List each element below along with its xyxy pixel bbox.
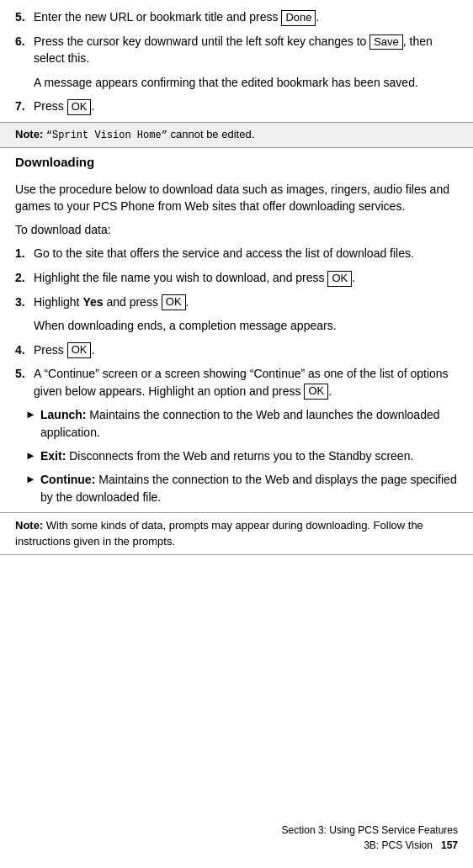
bullet-continue-body: Maintains the connection to the Web and … — [40, 473, 457, 503]
note-1: Note: “Sprint Vision Home” cannot be edi… — [0, 122, 473, 148]
step-7-text: Press OK. — [34, 98, 458, 115]
dl-step-4-before: Press — [34, 343, 67, 357]
dl-step-3: 3. Highlight Yes and press OK. — [15, 294, 458, 311]
step-6-sub: A message appears confirming that the ed… — [34, 74, 458, 91]
intro-paragraph: Use the procedure below to download data… — [15, 181, 458, 215]
dl-step-3-text: Highlight Yes and press OK. — [34, 294, 458, 311]
step-5: 5. Enter the new URL or bookmark title a… — [15, 8, 458, 26]
bullet-launch-body: Maintains the connection to the Web and … — [40, 408, 440, 438]
dl-step-4-text: Press OK. — [34, 341, 458, 359]
dl-step-1-text: Go to the site that offers the service a… — [34, 245, 458, 262]
step-5-box: Done — [281, 10, 316, 26]
dl-step-1-num: 1. — [15, 245, 34, 262]
note-2-label: Note: — [15, 519, 43, 532]
step-5-text-before: Enter the new URL or bookmark title and … — [34, 10, 281, 24]
dl-step-3-before: Highlight — [34, 295, 82, 309]
bullet-exit-label: Exit: — [40, 449, 66, 463]
section-header: Downloading — [0, 148, 473, 172]
bullet-launch-text: Launch: Maintains the connection to the … — [40, 406, 458, 441]
footer: Section 3: Using PCS Service Features 3B… — [282, 823, 458, 853]
dl-step-4-box: OK — [67, 342, 92, 358]
bullet-continue: ► Continue: Maintains the connection to … — [15, 471, 458, 505]
footer-section: Section 3: Using PCS Service Features — [282, 823, 458, 838]
step-7-text-after: . — [91, 99, 94, 113]
footer-page: 157 — [441, 839, 458, 851]
step-7-box: OK — [67, 99, 92, 115]
note-1-mono: “Sprint Vision Home” — [46, 130, 167, 141]
dl-step-3-middle: and press — [104, 295, 162, 309]
dl-step-5-after: . — [328, 384, 332, 398]
dl-step-4: 4. Press OK. — [15, 341, 458, 359]
footer-chapter: 3B: PCS Vision — [364, 839, 433, 851]
dl-step-2-num: 2. — [15, 269, 34, 287]
note-2: Note: With some kinds of data, prompts m… — [0, 512, 473, 556]
dl-step-3-box: OK — [162, 294, 186, 310]
dl-step-3-bold: Yes — [82, 295, 103, 309]
bullet-exit-text: Exit: Disconnects from the Web and retur… — [40, 447, 458, 464]
step-5-text-after: . — [316, 10, 319, 24]
note-1-label: Note: — [15, 128, 43, 140]
top-content: 5. Enter the new URL or bookmark title a… — [0, 0, 473, 115]
bullet-exit-arrow: ► — [25, 447, 40, 464]
dl-step-4-num: 4. — [15, 341, 34, 359]
bullet-continue-arrow: ► — [25, 471, 40, 505]
bullet-launch: ► Launch: Maintains the connection to th… — [15, 406, 458, 441]
dl-step-4-after: . — [91, 343, 94, 357]
step-7-num: 7. — [15, 98, 34, 115]
step-6-text-before: Press the cursor key downward until the … — [34, 34, 369, 48]
step-5-num: 5. — [15, 8, 34, 26]
dl-step-5-before: A “Continue” screen or a screen showing … — [34, 367, 449, 397]
dl-step-3-after: . — [186, 295, 189, 309]
dl-step-5-text: A “Continue” screen or a screen showing … — [34, 365, 458, 400]
footer-chapter-page: 3B: PCS Vision 157 — [282, 838, 458, 853]
dl-step-5-box: OK — [304, 384, 328, 400]
dl-step-2-text: Highlight the file name you wish to down… — [34, 269, 458, 287]
step-7: 7. Press OK. — [15, 98, 458, 115]
note-1-text-after: cannot be edited. — [171, 128, 255, 140]
main-content: Use the procedure below to download data… — [0, 172, 473, 505]
step-7-text-before: Press — [34, 99, 67, 113]
note-2-text: With some kinds of data, prompts may app… — [15, 519, 423, 548]
dl-step-2-box: OK — [327, 271, 352, 287]
bullet-launch-label: Launch: — [40, 408, 86, 421]
to-download-label: To download data: — [15, 221, 458, 238]
bullet-continue-label: Continue: — [40, 473, 95, 486]
step-6: 6. Press the cursor key downward until t… — [15, 33, 458, 67]
step-6-num: 6. — [15, 33, 34, 67]
dl-step-3-num: 3. — [15, 294, 34, 311]
dl-step-5-num: 5. — [15, 365, 34, 400]
dl-step-5: 5. A “Continue” screen or a screen showi… — [15, 365, 458, 400]
bullet-exit-body: Disconnects from the Web and returns you… — [66, 449, 413, 463]
step-6-box: Save — [369, 34, 403, 50]
step-5-text: Enter the new URL or bookmark title and … — [34, 8, 458, 26]
dl-step-2-before: Highlight the file name you wish to down… — [34, 271, 327, 284]
dl-step-2-after: . — [352, 271, 355, 284]
dl-step-3-sub: When downloading ends, a completion mess… — [34, 317, 458, 334]
bullet-exit: ► Exit: Disconnects from the Web and ret… — [15, 447, 458, 464]
bullet-continue-text: Continue: Maintains the connection to th… — [40, 471, 458, 505]
page-container: 5. Enter the new URL or bookmark title a… — [0, 0, 473, 868]
bullet-launch-arrow: ► — [25, 406, 40, 441]
dl-step-1: 1. Go to the site that offers the servic… — [15, 245, 458, 262]
dl-step-2: 2. Highlight the file name you wish to d… — [15, 269, 458, 287]
step-6-text: Press the cursor key downward until the … — [34, 33, 458, 67]
